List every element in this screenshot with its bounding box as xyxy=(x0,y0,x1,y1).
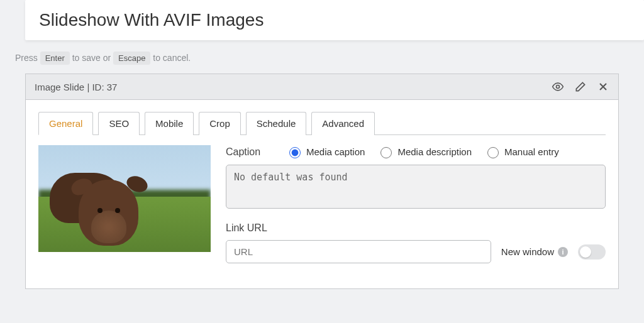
slide-panel-header: Image Slide | ID: 37 xyxy=(26,74,618,100)
edit-icon[interactable] xyxy=(574,80,587,93)
title-input-box[interactable]: Slideshow With AVIF Images xyxy=(25,0,644,40)
link-url-input[interactable] xyxy=(226,240,491,263)
escape-key: Escape xyxy=(113,52,150,65)
tab-general[interactable]: General xyxy=(38,112,93,135)
new-window-label: New window xyxy=(501,246,554,257)
link-url-label: Link URL xyxy=(226,222,275,234)
tabs: General SEO Mobile Crop Schedule Advance… xyxy=(38,111,606,135)
page-title: Slideshow With AVIF Images xyxy=(39,10,630,30)
new-window-toggle[interactable] xyxy=(578,244,606,260)
info-icon[interactable]: i xyxy=(558,247,568,257)
tab-schedule[interactable]: Schedule xyxy=(246,112,307,135)
caption-source-radios: Media caption Media description Manual e… xyxy=(286,145,559,158)
slide-panel: Image Slide | ID: 37 General SEO Mobile … xyxy=(25,74,619,289)
tab-crop[interactable]: Crop xyxy=(199,112,241,135)
tab-mobile[interactable]: Mobile xyxy=(145,112,194,135)
radio-manual-entry[interactable]: Manual entry xyxy=(484,145,559,158)
caption-textarea[interactable] xyxy=(226,165,606,209)
tab-advanced[interactable]: Advanced xyxy=(311,112,375,135)
slide-id-label: Image Slide | ID: 37 xyxy=(35,82,541,92)
svg-point-0 xyxy=(557,85,560,89)
slide-thumbnail[interactable] xyxy=(38,145,211,252)
radio-media-caption[interactable]: Media caption xyxy=(286,145,365,158)
tab-seo[interactable]: SEO xyxy=(98,112,140,135)
keyboard-hint: Press Enter to save or Escape to cancel. xyxy=(15,52,644,65)
radio-media-description[interactable]: Media description xyxy=(377,145,472,158)
enter-key: Enter xyxy=(40,52,70,65)
visibility-icon[interactable] xyxy=(552,80,564,93)
close-icon[interactable] xyxy=(597,80,609,93)
caption-label: Caption xyxy=(226,146,275,158)
